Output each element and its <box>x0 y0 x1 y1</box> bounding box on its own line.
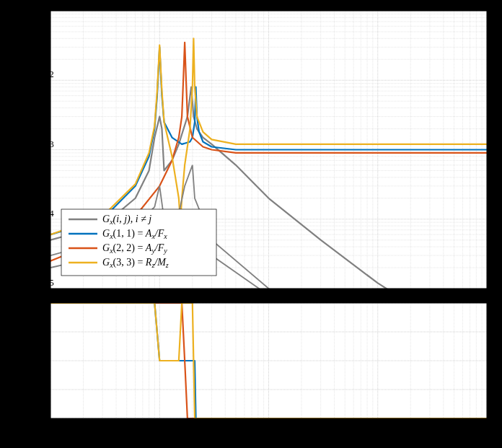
svg-text:2: 2 <box>384 418 389 429</box>
svg-text:3: 3 <box>493 418 498 429</box>
svg-text:-1: -1 <box>57 418 65 429</box>
svg-text:10: 10 <box>373 423 382 434</box>
svg-text:-90: -90 <box>32 384 45 395</box>
mag-ylabel: Magnitude <box>6 126 18 172</box>
legend: Gx(i, j), i ≠ jGx(1, 1) = Ax/FxGx(2, 2) … <box>61 209 216 276</box>
legend-entry: Gx(3, 3) = Rz/Mz <box>102 257 169 269</box>
svg-text:-1: -1 <box>46 0 54 10</box>
svg-text:180: 180 <box>31 297 45 308</box>
svg-text:-3: -3 <box>46 139 54 149</box>
svg-text:90: 90 <box>35 326 45 337</box>
svg-text:10: 10 <box>35 5 45 16</box>
bode-plot-svg: 10-510-410-310-210-1 -180-9009018010-110… <box>0 0 502 448</box>
svg-text:10: 10 <box>483 423 492 434</box>
svg-text:0: 0 <box>166 418 171 429</box>
bode-plot-container: 10-510-410-310-210-1 -180-9009018010-110… <box>0 0 502 448</box>
svg-text:10: 10 <box>155 423 164 434</box>
svg-text:10: 10 <box>35 74 45 85</box>
xlabel: Frequency [Hz] <box>234 432 303 444</box>
phase-ylabel: Phase [deg] <box>6 335 18 386</box>
svg-text:-4: -4 <box>46 208 54 219</box>
svg-text:-2: -2 <box>46 69 54 79</box>
svg-text:10: 10 <box>46 423 56 434</box>
svg-text:10: 10 <box>35 214 45 224</box>
svg-text:10: 10 <box>35 283 45 294</box>
svg-text:-180: -180 <box>27 413 45 423</box>
svg-text:-5: -5 <box>46 277 54 288</box>
svg-text:10: 10 <box>35 144 45 155</box>
svg-text:0: 0 <box>40 355 45 366</box>
svg-text:1: 1 <box>276 418 281 429</box>
